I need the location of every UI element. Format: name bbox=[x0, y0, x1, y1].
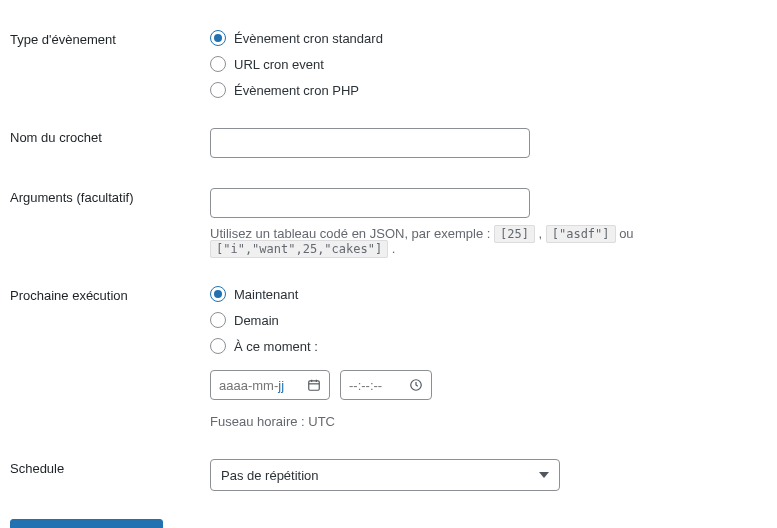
time-input[interactable]: --:--:-- bbox=[340, 370, 432, 400]
event-type-standard-label[interactable]: Évènement cron standard bbox=[234, 31, 383, 46]
event-type-url-radio[interactable] bbox=[210, 56, 226, 72]
arguments-input[interactable] bbox=[210, 188, 530, 218]
calendar-icon bbox=[307, 378, 321, 392]
clock-icon bbox=[409, 378, 423, 392]
event-type-standard-radio[interactable] bbox=[210, 30, 226, 46]
next-run-label: Prochaine exécution bbox=[10, 276, 210, 449]
next-run-tomorrow-label[interactable]: Demain bbox=[234, 313, 279, 328]
event-type-label: Type d'évènement bbox=[10, 20, 210, 118]
next-run-now-label[interactable]: Maintenant bbox=[234, 287, 298, 302]
example-code: ["i","want",25,"cakes"] bbox=[210, 240, 388, 258]
add-event-button[interactable]: Ajouter un évènement bbox=[10, 519, 163, 528]
schedule-label: Schedule bbox=[10, 449, 210, 511]
svg-rect-0 bbox=[309, 381, 320, 390]
arguments-label: Arguments (facultatif) bbox=[10, 178, 210, 276]
next-run-now-radio[interactable] bbox=[210, 286, 226, 302]
hook-name-label: Nom du crochet bbox=[10, 118, 210, 178]
hook-name-input[interactable] bbox=[210, 128, 530, 158]
next-run-at-label[interactable]: À ce moment : bbox=[234, 339, 318, 354]
example-code: [25] bbox=[494, 225, 535, 243]
next-run-tomorrow-radio[interactable] bbox=[210, 312, 226, 328]
event-type-url-label[interactable]: URL cron event bbox=[234, 57, 324, 72]
timezone-text: Fuseau horaire : UTC bbox=[210, 414, 757, 429]
next-run-at-radio[interactable] bbox=[210, 338, 226, 354]
date-input[interactable]: aaaa-mm-jj bbox=[210, 370, 330, 400]
event-type-php-radio[interactable] bbox=[210, 82, 226, 98]
event-type-php-label[interactable]: Évènement cron PHP bbox=[234, 83, 359, 98]
example-code: ["asdf"] bbox=[546, 225, 616, 243]
arguments-help: Utilisez un tableau codé en JSON, par ex… bbox=[210, 226, 757, 256]
schedule-select[interactable]: Pas de répétition bbox=[210, 459, 560, 491]
